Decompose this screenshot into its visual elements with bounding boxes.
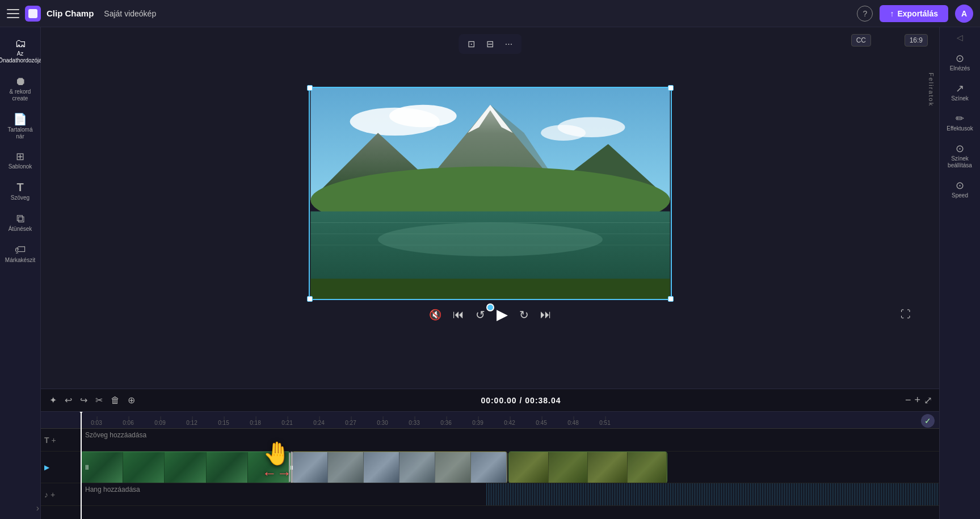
- export-button[interactable]: ↑ Exportálás: [880, 5, 948, 22]
- cut-button[interactable]: ✂: [94, 393, 104, 407]
- more-options-button[interactable]: ···: [502, 37, 516, 50]
- preview-area: ⊡ ⊟ ··· 16:9 CC Feliratok: [41, 27, 939, 389]
- thumb-2: [123, 452, 165, 483]
- elnezis-icon: ⊙: [956, 53, 964, 64]
- mute-button[interactable]: 🔇: [429, 309, 441, 321]
- skip-forward-button[interactable]: ⏭: [540, 308, 552, 321]
- sidebar-item-color-settings[interactable]: ⊙ Színek beállítása: [942, 139, 978, 174]
- sidebar-item-templates-label: Sablonok: [9, 163, 32, 170]
- ruler-mark: 0:03: [81, 420, 112, 426]
- delete-button[interactable]: 🗑: [109, 394, 121, 407]
- cc-badge[interactable]: CC: [851, 34, 871, 47]
- sidebar-item-brand[interactable]: 🏷 Márkakészit: [2, 239, 39, 268]
- sidebar-item-elnezis[interactable]: ⊙ Elnézés: [942, 49, 978, 77]
- app-title: Clip Champ: [47, 9, 94, 18]
- clip-divider-1[interactable]: ⏸: [291, 452, 293, 483]
- help-icon[interactable]: ?: [857, 6, 873, 22]
- zoom-out-button[interactable]: −: [905, 394, 911, 406]
- fullscreen-button[interactable]: ⛶: [901, 309, 911, 320]
- add-audio-icon: +: [51, 490, 55, 499]
- main-layout: 🗂 Az Önadathordozója ⏺ & rekord create 📄…: [0, 27, 980, 519]
- zoom-controls: − + ⤢: [905, 394, 932, 407]
- ruler-mark: 0:09: [144, 420, 176, 426]
- audio-icon: ♪: [44, 490, 48, 499]
- sidebar-item-content[interactable]: 📄 Tartalomá nár: [2, 109, 39, 145]
- text-icon: T: [16, 182, 23, 193]
- left-sidebar: 🗂 Az Önadathordozója ⏺ & rekord create 📄…: [0, 27, 41, 519]
- add-audio-button[interactable]: Hang hozzáadása: [81, 483, 145, 496]
- sidebar-item-text[interactable]: T Szöveg: [2, 177, 39, 206]
- center-area: ⊡ ⊟ ··· 16:9 CC Feliratok: [41, 27, 939, 519]
- handle-top-left[interactable]: [307, 85, 313, 91]
- record-icon: ⏺: [15, 75, 26, 87]
- sidebar-item-effektusok-label: Effektusok: [947, 125, 973, 132]
- transitions-icon: ⧉: [16, 213, 24, 224]
- audio-waveform: [485, 483, 939, 505]
- rewind-button[interactable]: ↺: [476, 308, 485, 322]
- fast-forward-button[interactable]: ↻: [519, 308, 529, 322]
- timeline-status: ✓: [916, 412, 939, 430]
- right-sidebar-collapse[interactable]: ◁: [957, 33, 963, 42]
- ruler-mark: 0:45: [525, 420, 557, 426]
- redo-button[interactable]: ↪: [78, 393, 89, 407]
- playhead[interactable]: [81, 412, 82, 519]
- video-clip-1[interactable]: ⏸: [81, 452, 291, 483]
- ruler-mark: 0:18: [239, 420, 271, 426]
- ruler-mark: 0:33: [398, 420, 430, 426]
- handle-top-right[interactable]: [668, 85, 674, 91]
- szinek-icon: ↗: [956, 83, 964, 94]
- ruler-mark: 0:24: [303, 420, 335, 426]
- video-clip-2[interactable]: [292, 452, 507, 483]
- avatar[interactable]: A: [955, 5, 973, 23]
- ruler-mark: 0:48: [557, 420, 589, 426]
- magic-tool-button[interactable]: ✦: [48, 393, 58, 407]
- aspect-ratio-badge[interactable]: 16:9: [905, 34, 928, 47]
- sidebar-item-transitions-label: Átünések: [9, 226, 32, 233]
- ruler-mark: 0:27: [335, 420, 367, 426]
- timeline-toolbar: ✦ ↩ ↪ ✂ 🗑 ⊕ 00:00.00 / 00:38.04 − + ⤢: [41, 389, 939, 412]
- ruler-mark: 0:12: [176, 420, 208, 426]
- add-text-button[interactable]: Szöveg hozzáadása: [81, 429, 151, 441]
- thumb-s4: [399, 452, 435, 483]
- sidebar-item-elnezis-label: Elnézés: [950, 65, 970, 72]
- clip-thumbnails-3: [509, 452, 667, 483]
- video-clip-3[interactable]: [508, 452, 667, 483]
- topbar-left: Clip Champ Saját videókép: [7, 6, 156, 22]
- clip-thumbnails: [81, 452, 290, 483]
- sidebar-item-templates[interactable]: ⊞ Sablonok: [2, 147, 39, 175]
- crop-button[interactable]: ⊡: [464, 37, 478, 50]
- sidebar-item-media[interactable]: 🗂 Az Önadathordozója: [2, 33, 39, 69]
- playback-controls: 🔇 ⏮ ↺ ▶ ↻ ⏭ ⛶: [41, 300, 939, 329]
- thumb-s2: [328, 452, 364, 483]
- video-container[interactable]: [309, 87, 672, 300]
- timeline-time: 00:00.00 / 00:38.04: [481, 396, 561, 405]
- video-track-icon: ▶: [44, 463, 49, 471]
- project-title[interactable]: Saját videókép: [104, 9, 156, 18]
- stamp-button[interactable]: ⊕: [126, 393, 137, 407]
- thumb-3: [165, 452, 207, 483]
- skip-back-button[interactable]: ⏮: [453, 308, 464, 321]
- text-track-row: T + Szöveg hozzáadása: [41, 429, 939, 452]
- undo-button[interactable]: ↩: [63, 393, 74, 407]
- sidebar-item-record-label: & rekord create: [5, 88, 36, 102]
- sidebar-item-transitions[interactable]: ⧉ Átünések: [2, 208, 39, 237]
- play-button[interactable]: ▶: [497, 306, 508, 323]
- sidebar-item-speed[interactable]: ⊙ Speed: [942, 176, 978, 204]
- preview-toolbar: ⊡ ⊟ ···: [459, 34, 521, 54]
- text-track-icon: T: [44, 436, 49, 445]
- hamburger-menu-icon[interactable]: [7, 9, 19, 18]
- ruler-mark: 0:15: [208, 420, 239, 426]
- audio-track-content: Hang hozzáadása: [81, 483, 939, 505]
- sidebar-item-effektusok[interactable]: ✏ Effektusok: [942, 109, 978, 137]
- zoom-in-button[interactable]: +: [914, 394, 920, 406]
- topbar: Clip Champ Saját videókép ? ↑ Exportálás…: [0, 0, 980, 27]
- sidebar-item-record[interactable]: ⏺ & rekord create: [2, 71, 39, 107]
- layout-button[interactable]: ⊟: [483, 37, 497, 50]
- sidebar-item-media-label: Az Önadathordozója: [0, 50, 42, 64]
- sidebar-item-szinek[interactable]: ↗ Színek: [942, 79, 978, 107]
- sidebar-item-color-settings-label: Színek beállítása: [944, 155, 976, 169]
- sidebar-collapse-icon[interactable]: ›: [36, 503, 39, 513]
- thumb-f3: [588, 452, 628, 483]
- zoom-fit-button[interactable]: ⤢: [924, 394, 932, 407]
- ruler-mark: 0:51: [589, 420, 621, 426]
